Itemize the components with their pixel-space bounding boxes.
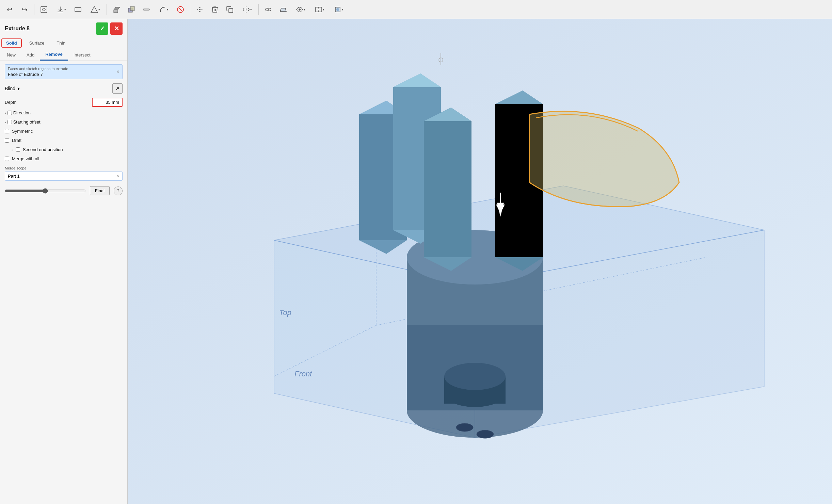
svg-point-54	[456, 423, 473, 432]
merge-all-label: Merge with all	[12, 156, 39, 161]
svg-point-17	[268, 8, 271, 11]
type-tab-row: Solid Surface Thin	[0, 37, 127, 49]
svg-rect-9	[130, 6, 134, 11]
3d-scene: Front Top	[128, 19, 832, 504]
tab-remove[interactable]: Remove	[40, 49, 68, 61]
tab-solid[interactable]: Solid	[1, 38, 22, 48]
section-icon[interactable]: ▾	[310, 3, 328, 16]
second-end-label: Second end position	[23, 147, 63, 152]
merge-scope-input[interactable]: Part 1 ×	[5, 172, 123, 181]
boolean-icon[interactable]	[125, 3, 138, 16]
merge-scope-section: Merge scope Part 1 ×	[5, 166, 123, 181]
svg-marker-7	[114, 7, 120, 10]
symmetric-checkbox[interactable]	[5, 129, 9, 133]
plane-icon[interactable]	[276, 3, 290, 16]
cancel-op-icon[interactable]	[174, 3, 187, 16]
faces-input-box[interactable]: Faces and sketch regions to extrude Face…	[5, 64, 123, 79]
confirm-button[interactable]: ✓	[96, 22, 108, 35]
direction-chevron-icon: ›	[5, 111, 6, 115]
svg-rect-10	[143, 9, 149, 10]
viewport: Front Top	[128, 19, 832, 504]
symmetric-label: Symmetric	[12, 129, 33, 134]
direction-arrow-button[interactable]: ↗	[112, 83, 123, 94]
merge-scope-clear-icon[interactable]: ×	[117, 174, 119, 179]
blind-select[interactable]: Blind ▾	[5, 86, 20, 91]
move-icon[interactable]	[193, 3, 207, 16]
merge-all-checkbox[interactable]	[5, 157, 9, 161]
copy-icon[interactable]	[223, 3, 237, 16]
svg-point-16	[266, 8, 268, 11]
tab-surface[interactable]: Surface	[23, 37, 51, 49]
depth-label: Depth	[5, 100, 17, 105]
render-icon[interactable]: ▾	[330, 3, 347, 16]
draft-label: Draft	[12, 138, 21, 143]
blind-dropdown-icon: ▾	[17, 86, 20, 91]
starting-offset-label: Starting offset	[13, 119, 41, 125]
symmetric-row: Symmetric	[5, 128, 123, 134]
svg-point-23	[336, 8, 339, 11]
divider-3	[190, 4, 190, 15]
import-icon[interactable]: ▾	[52, 3, 70, 16]
fillet-icon[interactable]: ▾	[155, 3, 172, 16]
sketch-icon[interactable]	[37, 3, 51, 16]
mirror-icon[interactable]: ▾	[238, 3, 256, 16]
faces-label: Faces and sketch regions to extrude	[8, 67, 119, 71]
svg-rect-3	[75, 7, 81, 12]
svg-rect-5	[114, 10, 118, 13]
merge-scope-label: Merge scope	[5, 166, 123, 170]
panel-title: Extrude 8	[5, 26, 30, 32]
starting-offset-row[interactable]: › Starting offset	[5, 119, 123, 125]
depth-input[interactable]	[92, 98, 123, 107]
undo-icon[interactable]: ↩	[3, 3, 16, 16]
divider-1	[34, 4, 34, 15]
front-label: Front	[294, 370, 312, 378]
direction-label: Direction	[13, 110, 31, 115]
direction-row[interactable]: › Direction	[5, 110, 123, 116]
view-icon[interactable]: ▾	[291, 3, 309, 16]
cancel-button[interactable]: ✕	[110, 22, 123, 35]
panel-header: Extrude 8 ✓ ✕	[0, 19, 127, 37]
measure-icon[interactable]	[261, 3, 275, 16]
tab-add[interactable]: Add	[21, 49, 40, 61]
tab-new[interactable]: New	[1, 49, 21, 61]
svg-point-53	[444, 363, 506, 390]
draft-row: Draft	[5, 137, 123, 144]
final-button[interactable]: Final	[90, 186, 110, 195]
svg-rect-2	[58, 12, 63, 12]
position-slider[interactable]	[5, 188, 86, 194]
delete-icon[interactable]	[208, 3, 222, 16]
op-tab-row: New Add Remove Intersect	[0, 49, 127, 61]
starting-offset-checkbox[interactable]	[7, 120, 12, 124]
slider-row: Final ?	[5, 183, 123, 198]
header-buttons: ✓ ✕	[96, 22, 123, 35]
divider-4	[258, 4, 259, 15]
direction-checkbox[interactable]	[7, 111, 12, 115]
faces-value: Face of Extrude 7	[8, 72, 119, 77]
svg-point-1	[43, 8, 45, 11]
extrude-icon[interactable]	[110, 3, 123, 16]
draft-checkbox[interactable]	[5, 138, 9, 143]
faces-clear-icon[interactable]: ×	[116, 69, 119, 75]
depth-row: Depth	[5, 98, 123, 107]
sheet-icon[interactable]	[140, 3, 153, 16]
panel-content: Faces and sketch regions to extrude Face…	[0, 61, 127, 201]
toolbar: ↩ ↪ ▾ ▾ ▾ ▾	[0, 0, 832, 19]
svg-point-19	[299, 9, 301, 11]
help-button[interactable]: ?	[114, 186, 123, 195]
svg-line-12	[179, 8, 182, 11]
top-label: Top	[279, 308, 291, 317]
svg-point-55	[477, 430, 494, 438]
redo-icon[interactable]: ↪	[18, 3, 31, 16]
svg-marker-4	[91, 6, 98, 13]
divider-2	[107, 4, 107, 15]
shape-icon[interactable]: ▾	[86, 3, 104, 16]
blind-row: Blind ▾ ↗	[5, 82, 123, 95]
main-area: Extrude 8 ✓ ✕ Solid Surface Thin New Add…	[0, 19, 832, 504]
svg-marker-18	[280, 8, 286, 12]
rectangle-icon[interactable]	[71, 3, 85, 16]
side-panel: Extrude 8 ✓ ✕ Solid Surface Thin New Add…	[0, 19, 128, 504]
tab-intersect[interactable]: Intersect	[68, 49, 96, 61]
second-end-chevron-icon: ›	[12, 148, 13, 152]
second-end-checkbox[interactable]	[16, 147, 20, 152]
tab-thin[interactable]: Thin	[51, 37, 71, 49]
